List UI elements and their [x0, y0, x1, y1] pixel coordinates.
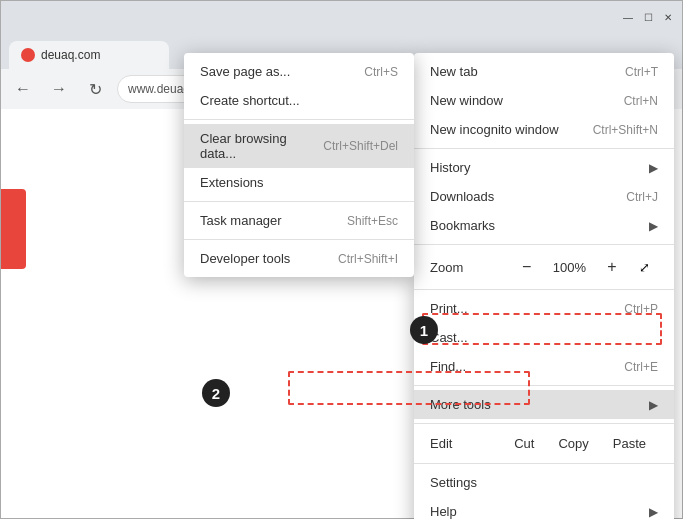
find-label: Find...	[430, 359, 624, 374]
zoom-label: Zoom	[430, 260, 509, 275]
clear-browsing-shortcut: Ctrl+Shift+Del	[323, 139, 398, 153]
chrome-window: — ☐ ✕ deuaq.com ← → ↻ www.deuaq.com ☆ R …	[0, 0, 683, 519]
edit-row: Edit Cut Copy Paste	[414, 428, 674, 459]
zoom-value: 100%	[545, 260, 594, 275]
cast-label: Cast...	[430, 330, 658, 345]
save-page-shortcut: Ctrl+S	[364, 65, 398, 79]
new-incognito-shortcut: Ctrl+Shift+N	[593, 123, 658, 137]
more-tools-arrow: ▶	[649, 398, 658, 412]
menu-item-history[interactable]: History ▶	[414, 153, 674, 182]
menu-item-more-tools[interactable]: More tools ▶	[414, 390, 674, 419]
minimize-button[interactable]: —	[620, 9, 636, 25]
help-arrow: ▶	[649, 505, 658, 519]
submenu-create-shortcut[interactable]: Create shortcut...	[184, 86, 414, 115]
divider-1	[414, 148, 674, 149]
new-window-shortcut: Ctrl+N	[624, 94, 658, 108]
tab-label: deuaq.com	[41, 48, 100, 62]
menu-item-new-incognito[interactable]: New incognito window Ctrl+Shift+N	[414, 115, 674, 144]
badge-1: 1	[410, 316, 438, 344]
tab-favicon	[21, 48, 35, 62]
menu-item-settings[interactable]: Settings	[414, 468, 674, 497]
reload-button[interactable]: ↻	[81, 75, 109, 103]
chrome-menu: New tab Ctrl+T New window Ctrl+N New inc…	[414, 53, 674, 519]
submenu-divider-1	[184, 119, 414, 120]
menu-item-help[interactable]: Help ▶	[414, 497, 674, 519]
developer-tools-shortcut: Ctrl+Shift+I	[338, 252, 398, 266]
submenu-extensions[interactable]: Extensions	[184, 168, 414, 197]
logo-fragment	[1, 189, 26, 269]
forward-button[interactable]: →	[45, 75, 73, 103]
title-bar: — ☐ ✕	[1, 1, 682, 33]
help-label: Help	[430, 504, 649, 519]
paste-button[interactable]: Paste	[601, 432, 658, 455]
menu-item-new-window[interactable]: New window Ctrl+N	[414, 86, 674, 115]
menu-item-bookmarks[interactable]: Bookmarks ▶	[414, 211, 674, 240]
developer-tools-label: Developer tools	[200, 251, 338, 266]
submenu-clear-browsing[interactable]: Clear browsing data... Ctrl+Shift+Del	[184, 124, 414, 168]
divider-5	[414, 423, 674, 424]
divider-4	[414, 385, 674, 386]
zoom-row: Zoom − 100% + ⤢	[414, 249, 674, 285]
find-shortcut: Ctrl+E	[624, 360, 658, 374]
menu-item-cast[interactable]: Cast...	[414, 323, 674, 352]
history-arrow: ▶	[649, 161, 658, 175]
submenu-developer-tools[interactable]: Developer tools Ctrl+Shift+I	[184, 244, 414, 273]
badge-2: 2	[202, 379, 230, 407]
submenu-divider-3	[184, 239, 414, 240]
clear-browsing-label: Clear browsing data...	[200, 131, 323, 161]
active-tab[interactable]: deuaq.com	[9, 41, 169, 69]
new-tab-label: New tab	[430, 64, 625, 79]
back-button[interactable]: ←	[9, 75, 37, 103]
save-page-label: Save page as...	[200, 64, 364, 79]
task-manager-shortcut: Shift+Esc	[347, 214, 398, 228]
zoom-out-button[interactable]: −	[513, 253, 541, 281]
bookmarks-label: Bookmarks	[430, 218, 649, 233]
maximize-button[interactable]: ☐	[640, 9, 656, 25]
edit-label: Edit	[430, 436, 502, 451]
downloads-label: Downloads	[430, 189, 626, 204]
menu-item-downloads[interactable]: Downloads Ctrl+J	[414, 182, 674, 211]
divider-2	[414, 244, 674, 245]
more-tools-submenu: Save page as... Ctrl+S Create shortcut..…	[184, 53, 414, 277]
submenu-task-manager[interactable]: Task manager Shift+Esc	[184, 206, 414, 235]
window-controls: — ☐ ✕	[620, 9, 676, 25]
submenu-divider-2	[184, 201, 414, 202]
zoom-in-button[interactable]: +	[598, 253, 626, 281]
menu-item-find[interactable]: Find... Ctrl+E	[414, 352, 674, 381]
cut-button[interactable]: Cut	[502, 432, 546, 455]
zoom-expand-button[interactable]: ⤢	[630, 253, 658, 281]
divider-3	[414, 289, 674, 290]
copy-button[interactable]: Copy	[546, 432, 600, 455]
settings-label: Settings	[430, 475, 658, 490]
close-button[interactable]: ✕	[660, 9, 676, 25]
print-label: Print...	[430, 301, 624, 316]
divider-6	[414, 463, 674, 464]
task-manager-label: Task manager	[200, 213, 347, 228]
create-shortcut-label: Create shortcut...	[200, 93, 398, 108]
extensions-label: Extensions	[200, 175, 398, 190]
history-label: History	[430, 160, 649, 175]
submenu-save-page[interactable]: Save page as... Ctrl+S	[184, 57, 414, 86]
new-incognito-label: New incognito window	[430, 122, 593, 137]
menu-item-new-tab[interactable]: New tab Ctrl+T	[414, 57, 674, 86]
more-tools-label: More tools	[430, 397, 649, 412]
new-window-label: New window	[430, 93, 624, 108]
print-shortcut: Ctrl+P	[624, 302, 658, 316]
new-tab-shortcut: Ctrl+T	[625, 65, 658, 79]
downloads-shortcut: Ctrl+J	[626, 190, 658, 204]
menu-item-print[interactable]: Print... Ctrl+P	[414, 294, 674, 323]
bookmarks-arrow: ▶	[649, 219, 658, 233]
